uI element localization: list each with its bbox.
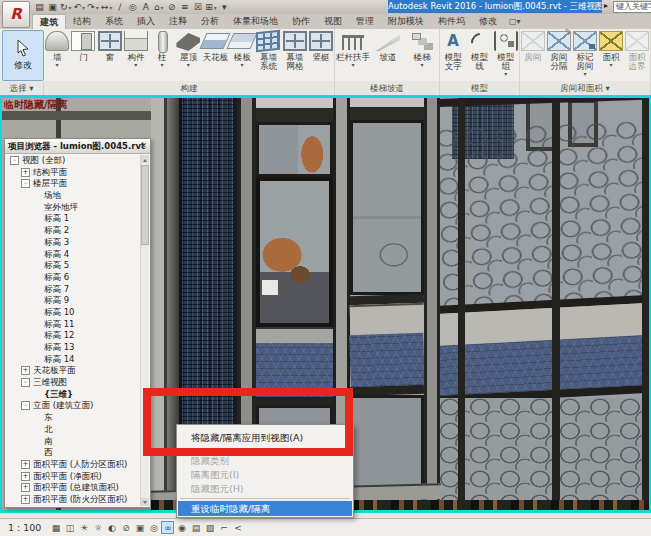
tree-item[interactable]: 标高 1 — [6, 213, 141, 225]
ribbon-tab-1[interactable]: 结构 — [66, 14, 98, 29]
ribbon-button[interactable]: 标记 房间▾ — [572, 29, 598, 76]
ribbon-tab-8[interactable]: 视图 — [317, 14, 349, 29]
tree-item[interactable]: 南 — [6, 436, 141, 448]
section-icon[interactable]: ⊘ — [166, 1, 177, 14]
view-scale[interactable]: 1 : 100 — [8, 522, 41, 533]
displace-elements-icon[interactable]: ▧ — [203, 521, 216, 534]
tree-item[interactable]: 标高 14 — [6, 354, 141, 366]
undo-icon[interactable]: ↶▾ — [74, 1, 86, 14]
tree-item[interactable]: 标高 11 — [6, 319, 141, 331]
tree-item[interactable]: 标高 9 — [6, 295, 141, 307]
ribbon-button[interactable]: 栏杆扶手▾ — [335, 29, 371, 67]
expand-icon[interactable]: + — [21, 472, 30, 481]
unlocked-3d-view-icon[interactable]: ◎ — [147, 521, 160, 534]
modify-panel-dropdown-icon[interactable]: ▢▾ — [504, 14, 526, 29]
tree-item[interactable]: 场地 — [6, 190, 141, 202]
ribbon-tab-4[interactable]: 注释 — [162, 14, 194, 29]
tree-item[interactable]: 标高 3 — [6, 237, 141, 249]
detail-level-icon[interactable]: ▦ — [49, 521, 62, 534]
tree-item[interactable]: 北 — [6, 424, 141, 436]
collapse-icon[interactable]: < — [231, 521, 244, 534]
tree-item[interactable]: 标高 4 — [6, 249, 141, 261]
aligned-dimension-icon[interactable]: ∕ — [114, 1, 125, 14]
ribbon-button[interactable]: 模型 线 — [466, 29, 492, 71]
modify-button[interactable]: 修改 — [2, 30, 44, 81]
ribbon-button[interactable]: 幕墙 网格 — [282, 29, 308, 71]
collapse-icon[interactable]: - — [10, 156, 19, 165]
tree-item[interactable]: +面积平面 (净面积) — [6, 471, 141, 483]
tree-item[interactable]: +结构平面 — [6, 167, 141, 179]
ribbon-button[interactable]: 窗 — [97, 29, 123, 62]
ribbon-tab-5[interactable]: 分析 — [194, 14, 226, 29]
shadows-icon[interactable]: ☼ — [91, 521, 104, 534]
expand-icon[interactable]: + — [21, 483, 30, 492]
tree-item[interactable]: 标高 7 — [6, 284, 141, 296]
ribbon-button[interactable]: 门 — [70, 29, 96, 62]
tree-item[interactable]: +面积平面 (人防分区面积) — [6, 459, 141, 471]
crop-view-icon[interactable]: ⊘ — [119, 521, 132, 534]
tree-item[interactable]: 标高 13 — [6, 342, 141, 354]
title-expand-icon[interactable]: ▸ — [604, 1, 608, 10]
ribbon-tab-2[interactable]: 系统 — [98, 14, 130, 29]
tree-item[interactable]: 标高 10 — [6, 307, 141, 319]
ribbon-button[interactable]: 天花板 — [202, 29, 230, 62]
temp-view-properties-icon[interactable]: ▤ — [189, 521, 202, 534]
tree-item[interactable]: +天花板平面 — [6, 365, 141, 377]
worksharing-display-icon[interactable]: ⌐ — [217, 521, 230, 534]
tree-item[interactable]: -三维视图 — [6, 377, 141, 389]
text-icon[interactable]: A — [140, 1, 151, 14]
expand-icon[interactable]: + — [21, 495, 30, 504]
close-icon[interactable]: × — [138, 140, 149, 151]
redo-icon[interactable]: ↷▾ — [87, 1, 99, 14]
collapse-icon[interactable]: - — [21, 378, 30, 387]
scroll-down-icon[interactable] — [141, 498, 149, 506]
browser-scrollbar[interactable] — [140, 155, 149, 506]
project-browser-title[interactable]: 项目浏览器 - lumion图.0045.rvt — [5, 139, 150, 154]
ribbon-button[interactable]: 楼板▾ — [229, 29, 255, 67]
customize-qat-icon[interactable]: ▾ — [219, 1, 230, 14]
ribbon-button[interactable]: 构件▾ — [123, 29, 149, 67]
ribbon-tab-6[interactable]: 体量和场地 — [226, 14, 285, 29]
tree-item[interactable]: -立面 (建筑立面) — [6, 400, 141, 412]
tree-item[interactable]: -视图 (全部) — [6, 155, 141, 167]
ribbon-button[interactable]: 坡道 — [371, 29, 405, 62]
ribbon-tab-11[interactable]: 构件坞 — [431, 14, 472, 29]
visual-style-icon[interactable]: ◫ — [63, 521, 76, 534]
ribbon-button[interactable]: 幕墙 系统 — [255, 29, 281, 71]
sync-with-central-icon[interactable]: ↻▾ — [60, 1, 72, 14]
ribbon-tab-7[interactable]: 协作 — [285, 14, 317, 29]
reveal-hidden-elements-icon[interactable]: ◉ — [175, 521, 188, 534]
ribbon-button[interactable]: 屋顶▾ — [175, 29, 201, 67]
ribbon-button[interactable]: 模型 文字 — [440, 29, 466, 71]
default-3d-view-icon[interactable]: ⌂▾ — [153, 1, 164, 14]
tree-item[interactable]: 标高 6 — [6, 272, 141, 284]
expand-icon[interactable]: + — [21, 366, 30, 375]
switch-windows-icon[interactable]: ⊞▾ — [205, 1, 217, 14]
sun-path-icon[interactable]: ☀ — [77, 521, 90, 534]
tree-item[interactable]: 西 — [6, 447, 141, 459]
ribbon-tab-0[interactable]: 建筑 — [32, 14, 66, 29]
tree-item[interactable]: 室外地坪 — [6, 202, 141, 214]
ribbon-button[interactable]: 竖梃 — [308, 29, 334, 62]
tree-item[interactable]: -楼层平面 — [6, 178, 141, 190]
menu-item[interactable]: 将隐藏/隔离应用到视图(A) — [178, 426, 352, 449]
ribbon-tab-10[interactable]: 附加模块 — [381, 14, 431, 29]
open-icon[interactable]: ▤ — [34, 1, 45, 14]
tree-item[interactable]: 标高 2 — [6, 225, 141, 237]
ribbon-button[interactable]: 面积▾ — [598, 29, 624, 67]
tree-item[interactable]: 标高 12 — [6, 330, 141, 342]
save-icon[interactable]: ▣ — [47, 1, 58, 14]
close-hidden-windows-icon[interactable]: ☒ — [192, 1, 203, 14]
scroll-up-icon[interactable] — [141, 155, 149, 163]
ribbon-button[interactable]: 墙▾ — [44, 29, 70, 67]
tree-item[interactable]: {三维} — [6, 389, 141, 401]
menu-item[interactable]: 重设临时隐藏/隔离 — [178, 501, 352, 516]
expand-icon[interactable]: + — [21, 460, 30, 469]
measure-icon[interactable]: ↔▾ — [101, 1, 113, 14]
ribbon-button[interactable]: 房间 分隔 — [546, 29, 572, 71]
collapse-icon[interactable]: - — [21, 179, 30, 188]
search-input[interactable]: 键入关键字 — [613, 1, 651, 13]
ribbon-tab-9[interactable]: 管理 — [349, 14, 381, 29]
tag-by-category-icon[interactable]: ◎ — [127, 1, 138, 14]
render-dialog-icon[interactable]: ◐ — [105, 521, 118, 534]
